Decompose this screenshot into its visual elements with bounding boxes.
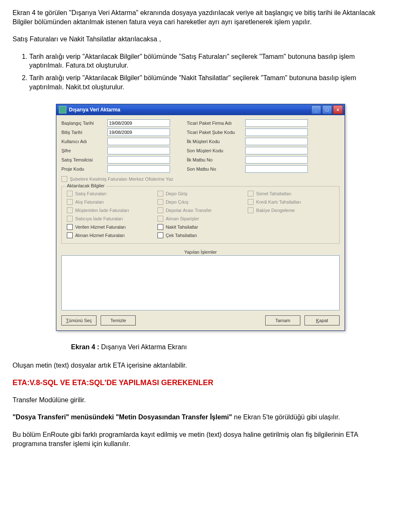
after-2: Transfer Modülüne girilir.: [13, 396, 388, 405]
checkbox-icon: [157, 232, 163, 238]
cbx-satis-faturalari[interactable]: Satış Faturaları: [67, 191, 153, 197]
yapilan-islemler-list[interactable]: [61, 255, 340, 310]
ok-button[interactable]: Tamam: [265, 315, 300, 325]
dialog-window: Dışarıya Veri Aktarma _ □ × Başlangıç Ta…: [56, 104, 345, 331]
caption-rest: Dışarıya Veri Aktarma Ekranı: [101, 343, 187, 350]
input-ilk-matbu[interactable]: [245, 156, 308, 164]
titlebar: Dışarıya Veri Aktarma _ □ ×: [56, 104, 345, 115]
after-3-rest: ne Ekran 5'te görüldüğü gibi ulaşılır.: [234, 413, 340, 421]
checkbox-icon: [157, 216, 163, 222]
aktarilacak-group: Aktarılacak Bilgiler Satış Faturaları De…: [61, 186, 340, 244]
checkbox-icon: [67, 224, 73, 230]
window-title: Dışarıya Veri Aktarma: [69, 107, 120, 113]
input-proje-kodu[interactable]: [107, 165, 170, 173]
input-start-date[interactable]: [107, 119, 170, 127]
checkbox-icon: [248, 207, 254, 213]
checkbox-icon: [67, 232, 73, 238]
red-heading: ETA:V.8-SQL VE ETA:SQL'DE YAPILMASI GERE…: [13, 378, 388, 387]
input-end-date[interactable]: [107, 129, 170, 136]
cbx-depolar-arasi[interactable]: Depolar Arası Transfer: [157, 207, 244, 213]
yapilan-islemler-title: Yapılan İşlemler: [61, 250, 340, 255]
label-satis-temsilcisi: Satış Temsilcisi: [61, 157, 107, 162]
after-4: Bu bölüm EnRoute gibi farklı programlard…: [13, 430, 388, 448]
cbx-depo-giris[interactable]: Depo Giriş: [157, 191, 244, 197]
line2: Satış Faturaları ve Nakit Tahsilatlar ak…: [13, 35, 388, 44]
close-dialog-button[interactable]: Kapat: [305, 315, 340, 325]
cbx-verilen-hizmet[interactable]: Verilen Hizmet Faturaları: [67, 224, 153, 230]
clear-button[interactable]: Temizle: [101, 315, 136, 325]
step-2: Tarih aralığı verip "Aktarılacak Bilgile…: [29, 73, 388, 91]
checkbox-icon: [61, 176, 67, 182]
label-sube-kodu: Ticari Paket Şube Kodu: [187, 130, 245, 135]
label-ilk-matbu: İlk Matbu No: [187, 157, 245, 162]
checkbox-icon: [67, 207, 73, 213]
form-grid: Başlangıç Tarihi Ticari Paket Firma Adı …: [61, 119, 340, 173]
label-son-musteri: Son Müşteri Kodu: [187, 148, 245, 153]
label-firma-adi: Ticari Paket Firma Adı: [187, 121, 245, 126]
input-firma-adi[interactable]: [245, 119, 308, 127]
input-son-musteri[interactable]: [245, 147, 308, 154]
cbx-kredi-karti[interactable]: Kredi Kartı Tahsilatları: [248, 199, 334, 205]
after-1: Oluşan metin (text) dosyalar artık ETA i…: [13, 361, 388, 370]
cbx-cek-tahsilatlari[interactable]: Çek Tahsilatları: [157, 232, 244, 238]
input-satis-temsilcisi[interactable]: [107, 156, 170, 164]
minimize-button[interactable]: _: [311, 105, 321, 114]
checkbox-icon: [157, 207, 163, 213]
after-3: "Dosya Transferi" menüsündeki "Metin Dos…: [13, 413, 388, 422]
cbx-depo-cikis[interactable]: Depo Çıkış: [157, 199, 244, 205]
label-sifre: Şifre: [61, 148, 107, 153]
checkbox-icon: [157, 191, 163, 197]
input-kullanici[interactable]: [107, 138, 170, 145]
cbx-nakit-tahsilatlar[interactable]: Nakit Tahsilatlar: [157, 224, 244, 230]
checkbox-icon: [157, 224, 163, 230]
input-sifre[interactable]: [107, 147, 170, 154]
checkbox-icon: [248, 191, 254, 197]
label-proje-kodu: Proje Kodu: [61, 166, 107, 171]
cbx-bakiye-dengeleme[interactable]: Bakiye Dengeleme: [248, 207, 334, 213]
close-button[interactable]: ×: [333, 105, 343, 114]
merkez-label: Şubelere Kesilmiş Faturaları Merkez Ofis…: [70, 176, 173, 182]
checkbox-icon: [67, 191, 73, 197]
merkez-checkbox-row[interactable]: Şubelere Kesilmiş Faturaları Merkez Ofis…: [61, 176, 340, 182]
steps-list: Tarih aralığı verip "Aktarılacak Bilgile…: [29, 52, 388, 91]
input-sube-kodu[interactable]: [245, 129, 308, 136]
caption-prefix: Ekran 4 :: [71, 343, 101, 350]
cbx-senet-tahsilatlari[interactable]: Senet Tahsilatları: [248, 191, 334, 197]
checkbox-icon: [67, 216, 73, 222]
cbx-alis-faturalari[interactable]: Alış Faturaları: [67, 199, 153, 205]
window-body: Başlangıç Tarihi Ticari Paket Firma Adı …: [56, 115, 345, 330]
intro-text: Ekran 4 te görülen "Dışarıya Veri Aktarm…: [13, 9, 376, 25]
select-all-button[interactable]: Tümünü Seç: [61, 315, 96, 325]
maximize-button[interactable]: □: [322, 105, 332, 114]
checkbox-icon: [67, 199, 73, 205]
input-ilk-musteri[interactable]: [245, 138, 308, 145]
checkbox-icon: [157, 199, 163, 205]
cbx-alinan-hizmet[interactable]: Alınan Hizmet Faturaları: [67, 232, 153, 238]
label-start-date: Başlangıç Tarihi: [61, 121, 107, 126]
label-kullanici: Kullanıcı Adı: [61, 139, 107, 144]
cbx-musteriden-iade[interactable]: Müşteriden İade Faturaları: [67, 207, 153, 213]
after-3-bold: "Dosya Transferi" menüsündeki "Metin Dos…: [13, 413, 234, 421]
input-son-matbu[interactable]: [245, 165, 308, 173]
cbx-alinan-siparisler[interactable]: Alınan Siparişler: [157, 216, 244, 222]
step-1: Tarih aralığı verip "Aktarılacak Bilgile…: [29, 52, 388, 70]
intro-paragraph: Ekran 4 te görülen "Dışarıya Veri Aktarm…: [13, 8, 388, 26]
figure-caption: Ekran 4 : Dışarıya Veri Aktarma Ekranı: [71, 343, 388, 351]
group-title: Aktarılacak Bilgiler: [65, 183, 106, 188]
label-end-date: Bitiş Tarihi: [61, 130, 107, 135]
label-son-matbu: Son Matbu No: [187, 166, 245, 171]
checkbox-icon: [248, 199, 254, 205]
label-ilk-musteri: İlk Müşteri Kodu: [187, 139, 245, 144]
button-row: Tümünü Seç Temizle Tamam Kapat: [61, 315, 340, 325]
cbx-saticiya-iade[interactable]: Satıcıya İade Faturaları: [67, 216, 153, 222]
app-icon: [59, 106, 66, 113]
